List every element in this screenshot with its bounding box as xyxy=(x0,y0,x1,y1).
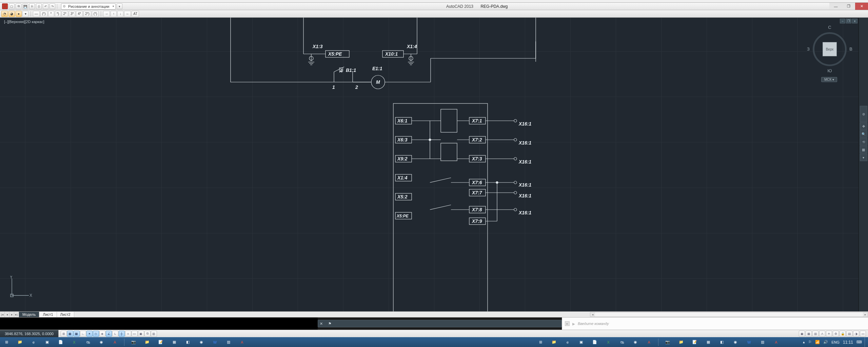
annotation-visibility[interactable]: ✳ xyxy=(826,331,832,337)
dim-token-1[interactable]: * xyxy=(48,11,54,17)
quick-view-layouts[interactable]: ▦ xyxy=(806,331,812,337)
dim-token-7[interactable]: (*) xyxy=(92,11,99,17)
coordinate-readout[interactable]: 3846.8276, 168.3025, 0.0000 xyxy=(0,330,59,337)
task-center4-icon[interactable]: ▣ xyxy=(575,338,588,346)
horizontal-scrollbar[interactable]: ◂ ▸ xyxy=(590,312,868,317)
nav-more-icon[interactable]: ▾ xyxy=(860,154,867,161)
toggle-qp[interactable]: ▣ xyxy=(138,331,144,337)
nav-orbit-icon[interactable]: ⟲ xyxy=(860,138,867,146)
hscroll-right[interactable]: ▸ xyxy=(863,312,868,316)
toggle-grid[interactable]: ▦ xyxy=(74,331,80,337)
toggle-osnap[interactable]: ◇ xyxy=(93,331,99,337)
dim-arrow-left[interactable]: ← xyxy=(124,11,131,17)
start-button[interactable]: ⊞ xyxy=(0,338,13,346)
task-center5-icon[interactable]: 📄 xyxy=(588,338,601,346)
tab-last-button[interactable]: ▸| xyxy=(14,312,19,317)
toggle-polar[interactable]: ✶ xyxy=(86,331,93,337)
viewcube-face[interactable]: Верх xyxy=(823,42,837,56)
task-center10-icon[interactable]: 📷 xyxy=(661,338,674,346)
toggle-tpy[interactable]: ▭ xyxy=(132,331,138,337)
task-center17-icon[interactable]: ▥ xyxy=(756,338,769,346)
task-running2-icon[interactable]: ◧ xyxy=(181,338,194,346)
toggle-sc[interactable]: ⧉ xyxy=(144,331,151,337)
dim-btn-line[interactable]: ― xyxy=(33,11,40,17)
doc-minimize-button[interactable]: – xyxy=(840,19,845,23)
dim-arrow-up[interactable]: ↑ xyxy=(111,11,117,17)
dim-token-0[interactable]: (*) xyxy=(40,11,47,17)
tray-network-icon[interactable]: 📶 xyxy=(815,340,820,344)
task-center1-icon[interactable]: ⊞ xyxy=(534,338,547,346)
task-running1-icon[interactable]: ▦ xyxy=(168,338,181,346)
task-center13-icon[interactable]: ▦ xyxy=(702,338,715,346)
task-store-icon[interactable]: 🛍 xyxy=(81,338,94,346)
window-close-button[interactable]: ✕ xyxy=(855,3,868,10)
task-cad2-icon[interactable]: A xyxy=(236,338,249,346)
dim-btn-1[interactable]: ◕ xyxy=(8,11,15,17)
task-center8-icon[interactable]: ◉ xyxy=(629,338,642,346)
window-restore-button[interactable]: ❐ xyxy=(842,3,855,10)
viewcube[interactable]: С Верх З В Ю МСК ▾ xyxy=(808,23,852,80)
task-explorer-icon[interactable]: 📁 xyxy=(14,338,26,346)
tray-language[interactable]: ENG xyxy=(831,340,840,344)
clean-screen[interactable]: ▭ xyxy=(860,331,866,337)
app-menu-button[interactable]: A xyxy=(2,3,8,9)
tab-next-button[interactable]: ▸ xyxy=(9,312,14,317)
dim-token-6[interactable]: 2*) xyxy=(83,11,91,17)
tray-volume-icon[interactable]: 🔊 xyxy=(823,340,828,344)
hardware-accel[interactable]: ▤ xyxy=(846,331,852,337)
dim-btn-3[interactable]: ▾ xyxy=(22,11,28,17)
task-center18-icon[interactable]: A xyxy=(770,338,783,346)
toggle-lwt[interactable]: ≡ xyxy=(125,331,131,337)
qat-save-icon[interactable]: 💾 xyxy=(22,3,28,9)
command-line-input[interactable]: ▸ ▸ Введите команду xyxy=(562,317,868,330)
task-word-icon[interactable]: W xyxy=(209,338,221,346)
tray-chevron-icon[interactable]: ▴ xyxy=(803,340,805,344)
task-running3-icon[interactable]: ▥ xyxy=(222,338,235,346)
qat-new-icon[interactable]: ▢ xyxy=(9,3,15,9)
qat-redo-icon[interactable]: ↷ xyxy=(50,3,55,9)
dim-arrow-right[interactable]: → xyxy=(103,11,110,17)
qat-undo-icon[interactable]: ↶ xyxy=(43,3,48,9)
task-ie-icon[interactable]: e xyxy=(27,338,40,346)
task-notepad-icon[interactable]: 📄 xyxy=(54,338,67,346)
dim-token-5[interactable]: 4* xyxy=(76,11,82,17)
tab-prev-button[interactable]: ◂ xyxy=(5,312,9,317)
dim-btn-0[interactable]: ◔ xyxy=(1,11,8,17)
tray-touchkbd-icon[interactable]: ⌨ xyxy=(856,340,862,344)
task-explorer2-icon[interactable]: 📁 xyxy=(141,338,154,346)
viewcube-wcs[interactable]: МСК ▾ xyxy=(821,77,837,82)
toggle-am[interactable]: ▥ xyxy=(151,331,157,337)
toggle-snap[interactable]: ▦ xyxy=(67,331,73,337)
tray-flag-icon[interactable]: ⚐ xyxy=(808,340,812,344)
tab-model[interactable]: Модель xyxy=(19,312,39,317)
task-chrome-icon[interactable]: ◉ xyxy=(95,338,108,346)
task-center15-icon[interactable]: ◉ xyxy=(729,338,742,346)
show-desktop-button[interactable] xyxy=(865,337,868,347)
task-excel-icon[interactable]: X xyxy=(68,338,81,346)
dim-arrow-down[interactable]: ↓ xyxy=(117,11,123,17)
toolbar-lock[interactable]: 🔒 xyxy=(840,331,846,337)
toggle-otrack[interactable]: ∠ xyxy=(106,331,112,337)
qat-plot-icon[interactable]: ⎙ xyxy=(36,3,42,9)
model-viewport[interactable]: – ❐ x [–][Верхняя][2D каркас] xyxy=(0,18,859,311)
quick-view-drawings[interactable]: ▥ xyxy=(812,331,818,337)
toggle-ortho[interactable]: ∟ xyxy=(80,331,86,337)
nav-zoom-icon[interactable]: 🔍 xyxy=(860,130,867,138)
tab-layout2[interactable]: Лист2 xyxy=(57,312,74,317)
dim-token-2[interactable]: *) xyxy=(55,11,61,17)
task-center7-icon[interactable]: 🛍 xyxy=(615,338,628,346)
toggle-infer[interactable]: ⊞ xyxy=(61,331,67,337)
dim-token-3[interactable]: 2* xyxy=(62,11,68,17)
doc-restore-button[interactable]: ❐ xyxy=(846,19,851,23)
doc-close-button[interactable]: x xyxy=(852,19,857,23)
toggle-3dosnap[interactable]: ◈ xyxy=(99,331,105,337)
task-center12-icon[interactable]: 📝 xyxy=(688,338,701,346)
tab-first-button[interactable]: |◂ xyxy=(0,312,5,317)
task-notes-icon[interactable]: 📝 xyxy=(154,338,167,346)
nav-pan-icon[interactable]: ✥ xyxy=(860,122,867,130)
task-center9-icon[interactable]: A xyxy=(643,338,655,346)
toggle-dyn[interactable]: ┼ xyxy=(119,331,125,337)
hscroll-left[interactable]: ◂ xyxy=(590,312,595,316)
task-camera-icon[interactable]: 📷 xyxy=(127,338,140,346)
cmd-config-icon[interactable]: ⚑ xyxy=(327,321,333,327)
